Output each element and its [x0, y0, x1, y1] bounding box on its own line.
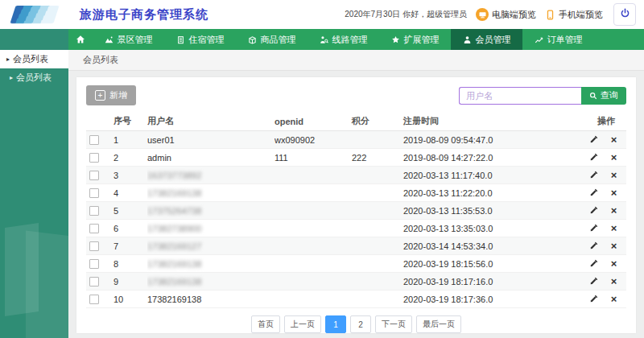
- delete-icon[interactable]: ×: [609, 152, 619, 163]
- top-header: 旅游电子商务管理系统 2020年7月30日 你好，超级管理员 电脑端预览 手机端…: [0, 0, 644, 29]
- main-column: 景区管理住宿管理商品管理线路管理扩展管理会员管理订单管理 会员列表 + 新增: [68, 29, 644, 338]
- toolbar: + 新增 查询: [86, 85, 626, 105]
- cell-seq: 10: [114, 291, 147, 308]
- nav-item-extension[interactable]: 扩展管理: [379, 29, 451, 50]
- row-checkbox[interactable]: [89, 135, 99, 145]
- page-btn-page-2[interactable]: 2: [350, 315, 371, 333]
- sidebar: ▸会员列表▸会员列表: [0, 29, 68, 338]
- nav-item-label: 商品管理: [261, 34, 296, 46]
- edit-icon[interactable]: [588, 188, 599, 198]
- page-btn-first[interactable]: 首页: [251, 315, 280, 333]
- nav-item-order[interactable]: 订单管理: [522, 29, 594, 50]
- table-row: 6173827389002020-03-13 13:35:03.0×: [86, 220, 626, 237]
- row-checkbox[interactable]: [89, 259, 99, 269]
- edit-icon[interactable]: [588, 205, 599, 216]
- content-area: 会员列表 + 新增 查询: [68, 50, 644, 338]
- column-header: 积分: [352, 112, 403, 131]
- page-btn-prev[interactable]: 上一页: [284, 315, 321, 333]
- cell-reg-time: 2020-03-19 18:15:56.0: [403, 255, 579, 273]
- cell-points: 222: [352, 149, 403, 167]
- edit-icon[interactable]: [588, 223, 599, 233]
- edit-icon[interactable]: [588, 258, 599, 269]
- cell-openid: [275, 237, 352, 255]
- page-btn-last[interactable]: 最后一页: [416, 315, 461, 333]
- delete-icon[interactable]: ×: [609, 276, 619, 286]
- delete-icon[interactable]: ×: [609, 205, 619, 216]
- cell-reg-time: 2020-03-13 11:22:20.0: [403, 184, 579, 202]
- header-main: 旅游电子商务管理系统 2020年7月30日 你好，超级管理员 电脑端预览 手机端…: [68, 0, 644, 29]
- delete-icon[interactable]: ×: [609, 188, 619, 198]
- mobile-preview-button[interactable]: 手机端预览: [545, 9, 603, 21]
- edit-icon[interactable]: [588, 134, 599, 145]
- search-input[interactable]: [459, 87, 581, 105]
- main-nav: 景区管理住宿管理商品管理线路管理扩展管理会员管理订单管理: [68, 29, 644, 50]
- nav-item-goods[interactable]: 商品管理: [236, 29, 308, 50]
- cell-openid: [275, 273, 352, 291]
- sidebar-menu: ▸会员列表▸会员列表: [0, 29, 68, 87]
- phone-icon: [545, 10, 555, 20]
- search-icon: [589, 92, 597, 100]
- row-checkbox[interactable]: [89, 171, 99, 180]
- nav-item-scenic[interactable]: 景区管理: [93, 29, 164, 50]
- edit-icon[interactable]: [588, 152, 599, 163]
- cell-points: [352, 220, 403, 237]
- plus-icon: +: [95, 90, 105, 101]
- edit-icon[interactable]: [588, 170, 599, 180]
- scenic-icon: [105, 35, 114, 44]
- home-icon[interactable]: [68, 29, 93, 50]
- delete-icon[interactable]: ×: [609, 170, 619, 180]
- sidebar-item-member-list[interactable]: ▸会员列表: [0, 50, 68, 68]
- cell-seq: 4: [114, 184, 147, 202]
- page-btn-next[interactable]: 下一页: [375, 315, 412, 333]
- row-checkbox[interactable]: [89, 206, 99, 216]
- cell-username: 17375264738: [147, 202, 275, 220]
- table-row: 5173752647382020-03-13 11:35:53.0×: [86, 202, 626, 220]
- delete-icon[interactable]: ×: [609, 258, 619, 269]
- cell-actions: ×: [579, 149, 626, 167]
- power-button[interactable]: [613, 3, 636, 26]
- nav-item-route[interactable]: 线路管理: [308, 29, 379, 50]
- hotel-icon: [176, 35, 185, 44]
- edit-icon[interactable]: [588, 241, 599, 251]
- cell-openid: [275, 291, 352, 308]
- row-checkbox[interactable]: [89, 188, 99, 198]
- cell-username: 16373773892: [147, 167, 275, 184]
- row-checkbox[interactable]: [89, 224, 99, 233]
- delete-icon[interactable]: ×: [609, 134, 619, 145]
- sidebar-item-member-list-child[interactable]: ▸会员列表: [0, 68, 68, 87]
- column-header: 序号: [114, 112, 147, 131]
- row-checkbox[interactable]: [89, 295, 99, 304]
- cell-seq: 9: [114, 273, 147, 291]
- nav-item-member[interactable]: 会员管理: [451, 29, 522, 50]
- delete-icon[interactable]: ×: [609, 241, 619, 251]
- row-checkbox[interactable]: [89, 277, 99, 286]
- search-button[interactable]: 查询: [581, 87, 626, 105]
- delete-icon[interactable]: ×: [609, 223, 619, 233]
- edit-icon[interactable]: [588, 276, 599, 286]
- logo-graphic: [10, 6, 59, 23]
- row-checkbox[interactable]: [89, 241, 99, 251]
- cell-openid: 111: [275, 149, 352, 167]
- cell-seq: 7: [114, 237, 147, 255]
- table-row: 9173821691382020-03-19 18:17:16.0×: [86, 273, 626, 291]
- nav-item-hotel[interactable]: 住宿管理: [164, 29, 236, 50]
- member-icon: [463, 35, 472, 44]
- cell-seq: 8: [114, 255, 147, 273]
- edit-icon[interactable]: [588, 294, 599, 304]
- cell-points: [352, 291, 403, 308]
- table-row: 8173821691382020-03-19 18:15:56.0×: [86, 255, 626, 273]
- cell-seq: 1: [114, 131, 147, 149]
- cell-username: 17382738900: [147, 220, 275, 237]
- pc-preview-button[interactable]: 电脑端预览: [476, 8, 536, 21]
- add-button[interactable]: + 新增: [86, 85, 136, 105]
- page-btn-page-1[interactable]: 1: [325, 315, 346, 333]
- cell-username: 17382169138: [147, 255, 275, 273]
- delete-icon[interactable]: ×: [609, 294, 619, 304]
- nav-item-label: 会员管理: [476, 34, 511, 46]
- row-checkbox[interactable]: [89, 153, 99, 163]
- column-header: 操作: [579, 112, 626, 131]
- column-header: openid: [275, 112, 352, 131]
- cell-username: 17382169138: [147, 291, 275, 308]
- cell-actions: ×: [579, 202, 626, 220]
- sidebar-item-label: 会员列表: [16, 72, 52, 84]
